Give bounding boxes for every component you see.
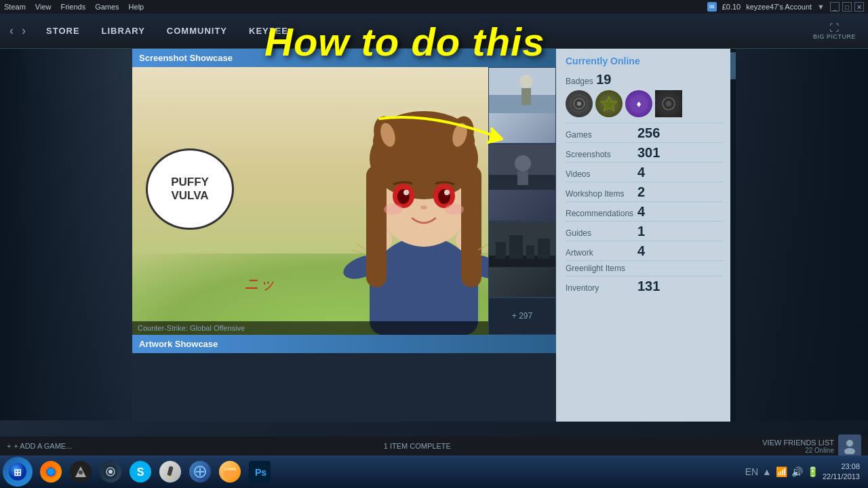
top-menubar: Steam View Friends Games Help ✉ £0.10 ke… [0, 0, 868, 14]
svg-point-53 [846, 440, 853, 447]
stat-workshop[interactable]: Workshop Items 2 [566, 184, 723, 199]
notification-icon[interactable]: ✉ [707, 2, 717, 12]
taskbar-photoshop[interactable]: Ps [245, 458, 274, 486]
stat-label-videos: Videos [566, 169, 633, 179]
dark-app-icon [70, 461, 92, 483]
svg-rect-40 [496, 242, 506, 259]
account-name[interactable]: keyzee47's Account [746, 3, 812, 11]
stat-recommendations[interactable]: Recommendations 4 [566, 204, 723, 219]
stat-artwork[interactable]: Artwork 4 [566, 243, 723, 258]
badge-4[interactable] [655, 90, 682, 117]
divider-2 [566, 142, 723, 143]
view-friends-button[interactable]: VIEW FRIENDS LIST 22 Online [762, 439, 834, 454]
nav-community[interactable]: COMMUNITY [156, 14, 238, 49]
online-count: 22 Online [762, 447, 834, 454]
divider-7 [566, 241, 723, 241]
menu-view[interactable]: View [35, 3, 52, 11]
svg-point-52 [666, 101, 671, 106]
stat-label-guides: Guides [566, 228, 633, 238]
taskbar-app-dark[interactable] [66, 458, 95, 486]
back-button[interactable]: ‹ [7, 22, 16, 39]
divider-6 [566, 221, 723, 222]
taskbar-misc-app[interactable] [186, 458, 214, 486]
view-friends-label: VIEW FRIENDS LIST [762, 439, 834, 447]
svg-marker-47 [601, 96, 617, 111]
clock-date: 22/11/2013 [823, 472, 860, 482]
add-game-button[interactable]: + + ADD A GAME... [7, 442, 72, 450]
big-picture-button[interactable]: ⛶ BIG PICTURE [808, 20, 861, 43]
svg-text:Ps: Ps [255, 467, 267, 478]
start-button[interactable]: ⊞ [3, 457, 33, 487]
taskbar-steam[interactable] [96, 458, 125, 486]
nav-library[interactable]: LIBRARY [91, 14, 156, 49]
menubar-right: ✉ £0.10 keyzee47's Account ▼ _ □ ✕ [707, 2, 864, 12]
badges-section: Badges 19 ♦ [566, 72, 723, 117]
thumb-more-button[interactable]: + 297 [488, 298, 556, 335]
firefox-icon [40, 461, 62, 483]
stat-screenshots[interactable]: Screenshots 301 [566, 145, 723, 160]
status-center: 1 ITEM COMPLETE [72, 442, 762, 450]
skype-icon: S [130, 461, 151, 483]
svg-point-60 [79, 470, 83, 474]
svg-point-24 [384, 204, 403, 215]
close-button[interactable]: ✕ [854, 2, 864, 12]
nav-store[interactable]: STORE [35, 14, 91, 49]
stat-value-screenshots: 301 [637, 146, 660, 159]
svg-point-25 [445, 204, 464, 215]
nav-arrows: ‹ › [7, 22, 28, 39]
forward-button[interactable]: › [19, 22, 28, 39]
svg-line-27 [351, 250, 363, 253]
svg-rect-11 [461, 165, 481, 287]
taskbar-firefox[interactable] [37, 458, 65, 486]
maximize-button[interactable]: □ [842, 2, 852, 12]
svg-point-21 [403, 190, 409, 195]
badge-3[interactable]: ♦ [625, 90, 652, 117]
badge-1[interactable] [566, 90, 593, 117]
svg-point-46 [577, 102, 581, 106]
menu-games[interactable]: Games [95, 3, 119, 11]
svg-point-54 [844, 448, 855, 454]
svg-marker-66 [168, 475, 172, 479]
svg-text:S: S [137, 466, 144, 478]
bg-right [732, 0, 868, 420]
menu-steam[interactable]: Steam [4, 3, 26, 11]
taskbar-skype[interactable]: S [126, 458, 155, 486]
big-picture-icon: ⛶ [829, 22, 839, 33]
svg-rect-41 [509, 235, 523, 259]
thumbnail-3[interactable] [488, 221, 556, 298]
pencil-icon [159, 461, 181, 483]
divider-5 [566, 201, 723, 202]
speech-bubble: PUFFY VULVA [146, 148, 234, 230]
stat-greenlight[interactable]: Greenlight Items [566, 263, 723, 274]
stat-value-artwork: 4 [637, 244, 645, 258]
stat-label-inventory: Inventory [566, 283, 633, 293]
scrollbar-track [730, 49, 736, 422]
tray-battery: 🔋 [807, 466, 818, 477]
stat-inventory[interactable]: Inventory 131 [566, 279, 723, 293]
clock-time: 23:08 [823, 462, 860, 472]
minimize-button[interactable]: _ [830, 2, 840, 12]
taskbar-pencil-app[interactable] [156, 458, 184, 486]
svg-rect-65 [167, 466, 173, 476]
scrollbar-thumb[interactable] [730, 52, 736, 79]
svg-text:⊞: ⊞ [14, 467, 22, 478]
menu-help[interactable]: Help [129, 3, 144, 11]
stat-videos[interactable]: Videos 4 [566, 165, 723, 180]
friends-avatar[interactable] [838, 434, 861, 458]
tray-arrow[interactable]: ▲ [762, 466, 772, 477]
badge-2[interactable] [595, 90, 623, 117]
svg-point-63 [108, 470, 113, 474]
stat-label-artwork: Artwork [566, 248, 633, 258]
menu-friends[interactable]: Friends [60, 3, 85, 11]
stat-guides[interactable]: Guides 1 [566, 224, 723, 239]
taskbar-files[interactable] [216, 458, 244, 486]
stat-games[interactable]: Games 256 [566, 125, 723, 140]
misc-icon [189, 461, 211, 483]
steam-icon [100, 461, 121, 483]
showcase-title: Screenshot Showcase [139, 53, 233, 63]
japanese-text: ニッ [244, 274, 275, 294]
badges-label: Badges [566, 77, 593, 86]
right-stats-section: Currently Online Badges 19 ♦ [556, 49, 732, 422]
account-dropdown[interactable]: ▼ [817, 3, 825, 11]
tray-network: 📶 [776, 466, 787, 477]
